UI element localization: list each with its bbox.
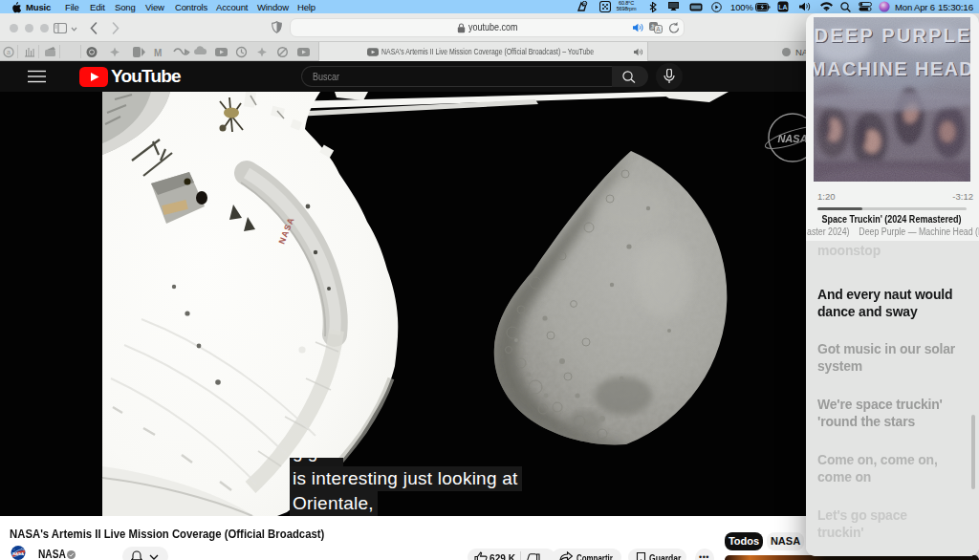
- svg-text:LA: LA: [778, 4, 787, 11]
- svg-text:A: A: [656, 26, 661, 32]
- svg-text:M: M: [154, 48, 162, 58]
- svg-text:a: a: [7, 49, 11, 55]
- svg-text:NASA: NASA: [12, 551, 24, 556]
